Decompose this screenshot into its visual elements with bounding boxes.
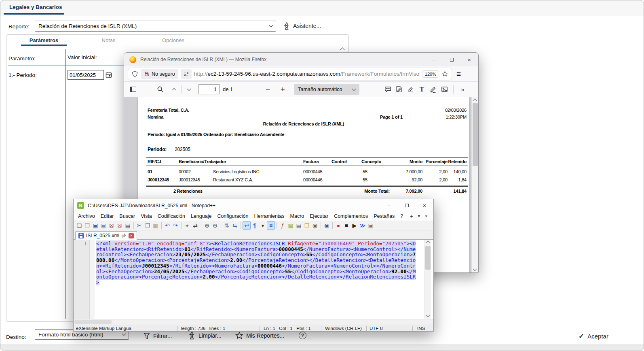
notepad-titlebar[interactable]: N C:\Users\DES-JJT\Downloads\ISLR_0525.x…	[74, 199, 433, 212]
view-document-icon[interactable]: ◉	[323, 221, 331, 230]
indent-guide-icon[interactable]: ≡	[267, 221, 275, 230]
close-button[interactable]: ×	[416, 199, 433, 212]
limpiar-button[interactable]: Limpiar...	[187, 331, 222, 340]
menu-editar[interactable]: Editar	[98, 213, 117, 220]
maximize-button[interactable]	[443, 53, 460, 66]
reporte-select[interactable]: Relación de Retenciones de ISLR (XML)	[35, 21, 276, 32]
scrollbar-thumb[interactable]	[74, 320, 112, 324]
mis-reportes-button[interactable]: Mis Reportes...	[235, 331, 284, 340]
menu-macro[interactable]: Macro	[287, 213, 307, 220]
menu-hamburger-icon[interactable]: ≡	[456, 70, 461, 79]
zoom-out-icon[interactable]: ⊖	[211, 221, 219, 230]
new-file-icon[interactable]: ❏	[75, 221, 83, 230]
macro-run-multiple-icon[interactable]: ≫	[359, 221, 367, 230]
replace-icon[interactable]: ⇄	[191, 221, 199, 230]
redo-icon[interactable]: ↷	[171, 221, 179, 230]
menu-pestaas[interactable]: Pestañas	[371, 213, 397, 220]
pdf-search-button[interactable]	[154, 84, 166, 95]
function-list-icon[interactable]: ƒ	[279, 221, 287, 230]
help-button[interactable]: ?	[299, 332, 306, 339]
asistente-button[interactable]: Asistente...	[282, 21, 321, 30]
menu-archivo[interactable]: Archivo	[75, 213, 98, 220]
pdf-zoom-in-button[interactable]: +	[277, 84, 288, 95]
tab-notas[interactable]: Notas	[79, 35, 138, 46]
scrollbar-thumb[interactable]	[473, 103, 478, 166]
scroll-up-arrow[interactable]	[426, 241, 430, 245]
sync-horizontal-icon[interactable]: ⇆	[231, 221, 239, 230]
pdf-prev-page-button[interactable]	[168, 84, 179, 95]
menu-complementos[interactable]: Complementos	[331, 213, 371, 220]
url-bar[interactable]: No seguro http://ec2-13-59-245-96.us-eas…	[128, 68, 452, 80]
macro-record-icon[interactable]: ●	[334, 221, 342, 230]
macro-stop-icon[interactable]: ■	[342, 221, 351, 230]
security-chip[interactable]: No seguro	[141, 69, 178, 79]
dropdown-icon[interactable]: ▾	[259, 221, 267, 230]
tab-parametros[interactable]: Parámetros	[15, 35, 73, 46]
pdf-next-page-button[interactable]	[183, 84, 194, 95]
pdf-image-tool[interactable]	[439, 84, 450, 95]
menu-herramientas[interactable]: Herramientas	[251, 213, 287, 220]
sync-vertical-icon[interactable]: ⇅	[223, 221, 231, 230]
pdf-page-input[interactable]	[198, 84, 220, 94]
save-icon[interactable]: ▣	[91, 221, 99, 230]
pdf-scrollbar[interactable]	[471, 97, 478, 273]
pdf-comment-tool[interactable]	[382, 84, 393, 95]
menu-buscar[interactable]: Buscar	[116, 213, 138, 220]
close-button[interactable]: ×	[460, 53, 478, 66]
editor-horizontal-scrollbar[interactable]	[74, 319, 433, 325]
firefox-titlebar[interactable]: Relación de Retenciones de ISLR (XML) — …	[124, 53, 478, 66]
word-wrap-icon[interactable]: ↩	[243, 221, 251, 230]
function-monitor-icon[interactable]: ◉	[311, 221, 319, 230]
url-text[interactable]: http://ec2-13-59-245-96.us-east-2.comput…	[194, 71, 420, 77]
show-all-characters-icon[interactable]: ¶	[251, 221, 259, 230]
paste-icon[interactable]: ▥	[152, 221, 160, 230]
close-icon[interactable]: ⊠	[108, 221, 116, 230]
save-all-icon[interactable]: ▣	[99, 221, 108, 230]
close-tab-button[interactable]: ×	[425, 213, 428, 219]
minimize-button[interactable]: –	[425, 53, 443, 66]
macro-play-icon[interactable]: ▶	[351, 221, 359, 230]
pdf-zoom-out-button[interactable]: −	[262, 84, 273, 95]
xml-code-text[interactable]: <?xml version="1.0" encoding="utf-8"?><R…	[96, 241, 418, 285]
bookmark-star-icon[interactable]	[441, 70, 448, 77]
menu-codificacin[interactable]: Codificación	[155, 213, 188, 220]
zoom-level-badge[interactable]: 120%	[422, 70, 439, 78]
filtrar-button[interactable]: Filtrar...	[143, 332, 172, 340]
permissions-chip[interactable]	[181, 69, 192, 79]
pdf-highlight-tool[interactable]	[405, 84, 416, 95]
document-map-icon[interactable]: ▧	[287, 221, 295, 230]
scroll-down-arrow[interactable]	[473, 267, 477, 271]
scroll-down-arrow[interactable]	[426, 313, 430, 317]
copy-icon[interactable]: ❐	[144, 221, 152, 230]
print-icon[interactable]: ▤	[124, 221, 132, 230]
pdf-text-tool[interactable]: T	[416, 84, 427, 95]
periodo-date-input[interactable]	[68, 70, 104, 80]
macro-save-icon[interactable]: ▣	[367, 221, 375, 230]
pdf-more-tools-button[interactable]: »	[457, 84, 468, 95]
editor-area[interactable]: 1 <?xml version="1.0" encoding="utf-8"?>…	[74, 240, 433, 319]
pdf-scale-select[interactable]: Tamaño automático	[294, 84, 359, 95]
menu-vista[interactable]: Vista	[138, 213, 155, 220]
menu-lenguaje[interactable]: Lenguaje	[188, 213, 214, 220]
tab-close-icon[interactable]: ×	[129, 233, 134, 238]
open-icon[interactable]: ❐	[83, 221, 91, 230]
minimize-button[interactable]: –	[380, 199, 398, 212]
document-tab[interactable]: ISLR_0525.xml ×	[75, 231, 137, 240]
pdf-draw-tool[interactable]	[427, 84, 439, 95]
scroll-up-arrow[interactable]	[473, 99, 477, 103]
menu-ejecutar[interactable]: Ejecutar	[307, 213, 331, 220]
close-all-icon[interactable]: ⊠	[116, 221, 124, 230]
new-tab-plus-button[interactable]: +	[410, 213, 413, 219]
scrollbar-thumb[interactable]	[425, 246, 431, 270]
tab-opciones[interactable]: Opciones	[144, 35, 203, 46]
folder-workspace-icon[interactable]: ❐	[303, 221, 311, 230]
tab-legales-y-bancarios[interactable]: Legales y Bancarios	[9, 4, 62, 10]
menu-configuracin[interactable]: Configuración	[214, 213, 251, 220]
document-list-icon[interactable]: ▤	[295, 221, 303, 230]
maximize-button[interactable]	[398, 199, 416, 212]
undo-icon[interactable]: ↶	[163, 221, 171, 230]
pin-icon[interactable]	[122, 233, 126, 238]
zoom-in-icon[interactable]: ⊕	[203, 221, 211, 230]
aceptar-button[interactable]: ✓ Aceptar	[579, 332, 608, 340]
cut-icon[interactable]: ✂	[135, 221, 144, 230]
